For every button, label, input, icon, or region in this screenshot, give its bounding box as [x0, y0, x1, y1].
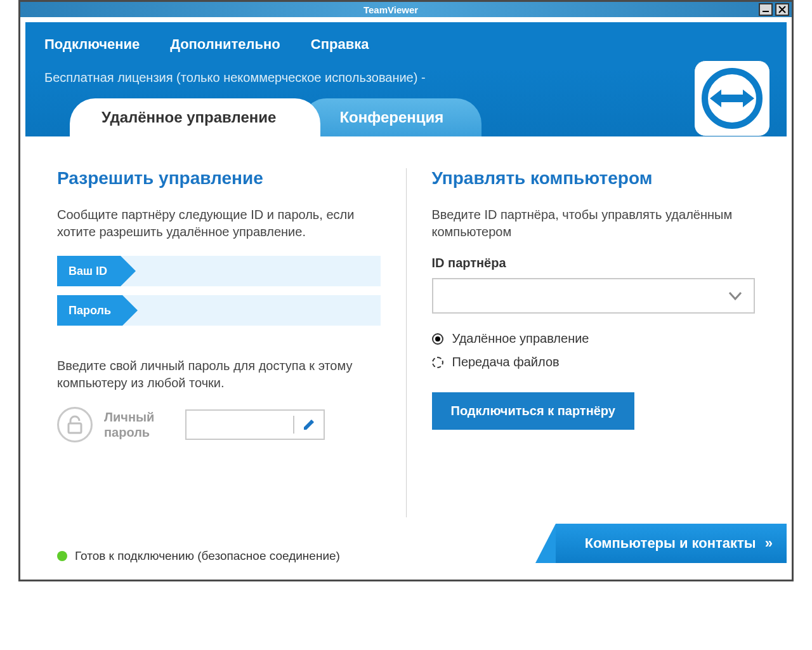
personal-password-input[interactable]	[185, 409, 325, 440]
computers-contacts-button[interactable]: Компьютеры и контакты »	[556, 524, 787, 563]
license-text: Бесплатная лицензия (только некоммерческ…	[44, 70, 768, 85]
close-icon	[778, 6, 786, 13]
radio-remote-control[interactable]: Удалённое управление	[432, 331, 756, 346]
menu-help[interactable]: Справка	[311, 36, 369, 53]
partner-id-input[interactable]	[432, 278, 756, 314]
main-menu: Подключение Дополнительно Справка	[44, 36, 768, 53]
mode-radio-group: Удалённое управление Передача файлов	[432, 331, 756, 369]
partner-id-label: ID партнёра	[432, 256, 756, 270]
control-text: Введите ID партнёра, чтобы управлять уда…	[432, 206, 756, 241]
window-frame: TeamViewer Подключение Дополнительно Спр…	[18, 0, 794, 581]
status-indicator-icon	[57, 551, 67, 561]
tab-conference[interactable]: Конференция	[301, 98, 481, 136]
radio-icon	[432, 357, 443, 368]
radio-files-label: Передача файлов	[452, 355, 560, 369]
allow-control-panel: Разрешить управление Сообщите партнёру с…	[57, 168, 407, 517]
window-title: TeamViewer	[23, 4, 759, 15]
personal-password-hint: Введите свой личный пароль для доступа к…	[57, 357, 381, 392]
password-label: Пароль	[57, 295, 122, 326]
control-title: Управлять компьютером	[432, 168, 756, 189]
control-computer-panel: Управлять компьютером Введите ID партнёр…	[432, 168, 756, 517]
footer: Готов к подключению (безопасное соединен…	[25, 530, 787, 574]
app-logo	[694, 60, 770, 136]
minimize-button[interactable]	[759, 3, 773, 16]
connect-button[interactable]: Подключиться к партнёру	[432, 392, 634, 430]
password-row: Пароль	[57, 295, 381, 326]
arrows-icon	[710, 86, 754, 111]
radio-icon	[432, 333, 443, 345]
status-text: Готов к подключению (безопасное соединен…	[75, 549, 340, 563]
tab-remote-control[interactable]: Удалённое управление	[70, 98, 320, 136]
status-bar: Готов к подключению (безопасное соединен…	[57, 549, 340, 563]
chevron-right-icon: »	[765, 535, 770, 551]
menu-connection[interactable]: Подключение	[44, 36, 140, 53]
contacts-label: Компьютеры и контакты	[585, 535, 756, 551]
menu-extra[interactable]: Дополнительно	[170, 36, 280, 53]
radio-file-transfer[interactable]: Передача файлов	[432, 355, 756, 369]
personal-password-label: Личный пароль	[104, 409, 174, 440]
close-button[interactable]	[775, 3, 789, 16]
titlebar: TeamViewer	[20, 2, 792, 17]
allow-text: Сообщите партнёру следующие ID и пароль,…	[57, 206, 381, 241]
app-body: Подключение Дополнительно Справка Беспла…	[20, 17, 792, 580]
svg-rect-2	[69, 423, 81, 433]
radio-remote-label: Удалённое управление	[452, 331, 589, 346]
svg-marker-1	[710, 90, 754, 107]
edit-icon[interactable]	[302, 418, 316, 432]
header: Подключение Дополнительно Справка Беспла…	[25, 22, 787, 136]
personal-password-group: Личный пароль	[57, 407, 381, 442]
svg-rect-0	[763, 11, 769, 12]
allow-title: Разрешить управление	[57, 168, 381, 189]
content: Разрешить управление Сообщите партнёру с…	[25, 136, 787, 530]
chevron-down-icon	[728, 291, 742, 300]
your-id-label: Ваш ID	[57, 256, 121, 286]
your-id-row: Ваш ID	[57, 256, 381, 286]
minimize-icon	[762, 6, 769, 13]
lock-icon	[57, 407, 93, 442]
tab-bar: Удалённое управление Конференция	[70, 98, 481, 136]
